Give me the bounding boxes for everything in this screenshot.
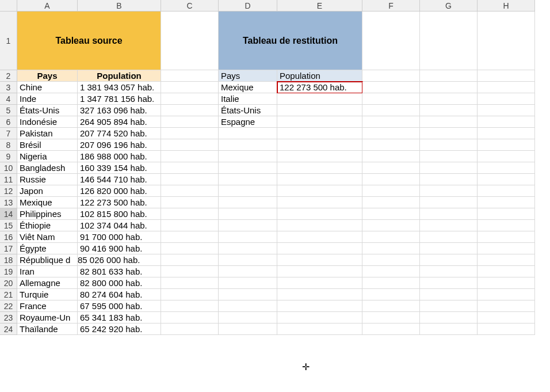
cell-E17[interactable] bbox=[277, 243, 362, 254]
cell-B12[interactable]: 126 820 000 hab. bbox=[78, 185, 161, 197]
cell-D4[interactable]: Italie bbox=[219, 93, 277, 105]
cell-H21[interactable] bbox=[478, 289, 535, 300]
cell-E4[interactable] bbox=[277, 93, 362, 105]
cell-A21[interactable]: Turquie bbox=[17, 289, 78, 300]
cell-B5[interactable]: 327 163 096 hab. bbox=[78, 105, 161, 116]
cell-H9[interactable] bbox=[478, 151, 535, 162]
cell-C12[interactable] bbox=[161, 185, 219, 197]
cell-C6[interactable] bbox=[161, 116, 219, 128]
row-header-4[interactable]: 4 bbox=[0, 93, 17, 105]
cell-B20[interactable]: 82 800 000 hab. bbox=[78, 277, 161, 289]
cell-A18[interactable]: République d bbox=[17, 254, 78, 266]
row-header-19[interactable]: 19 bbox=[0, 266, 17, 277]
cell-E10[interactable] bbox=[277, 162, 362, 174]
cell-B7[interactable]: 207 774 520 hab. bbox=[78, 128, 161, 139]
cell-B18[interactable]: 85 026 000 hab. bbox=[78, 254, 161, 266]
cell-A9[interactable]: Nigeria bbox=[17, 151, 78, 162]
cell-H6[interactable] bbox=[478, 116, 535, 128]
cell-C19[interactable] bbox=[161, 266, 219, 277]
cell-C22[interactable] bbox=[161, 300, 219, 312]
header-restitution-population[interactable]: Population bbox=[277, 70, 362, 82]
cell-G8[interactable] bbox=[420, 139, 478, 151]
cell-E12[interactable] bbox=[277, 185, 362, 197]
cell-F19[interactable] bbox=[362, 266, 420, 277]
row-header-9[interactable]: 9 bbox=[0, 151, 17, 162]
cell-E9[interactable] bbox=[277, 151, 362, 162]
cell-H10[interactable] bbox=[478, 162, 535, 174]
cell-D8[interactable] bbox=[219, 139, 277, 151]
cell-H1[interactable] bbox=[478, 12, 535, 70]
cell-B24[interactable]: 65 242 920 hab. bbox=[78, 324, 161, 335]
cell-D3[interactable]: Mexique bbox=[219, 82, 277, 93]
cell-C11[interactable] bbox=[161, 174, 219, 185]
cell-F7[interactable] bbox=[362, 128, 420, 139]
cell-B6[interactable]: 264 905 894 hab. bbox=[78, 116, 161, 128]
cell-G16[interactable] bbox=[420, 231, 478, 243]
cell-C9[interactable] bbox=[161, 151, 219, 162]
cell-F6[interactable] bbox=[362, 116, 420, 128]
cell-B22[interactable]: 67 595 000 hab. bbox=[78, 300, 161, 312]
cell-A5[interactable]: États-Unis bbox=[17, 105, 78, 116]
cell-H16[interactable] bbox=[478, 231, 535, 243]
cell-D13[interactable] bbox=[219, 197, 277, 208]
cell-A15[interactable]: Éthiopie bbox=[17, 220, 78, 231]
cell-C20[interactable] bbox=[161, 277, 219, 289]
cell-E6[interactable] bbox=[277, 116, 362, 128]
col-header-D[interactable]: D bbox=[219, 0, 277, 12]
cell-G24[interactable] bbox=[420, 324, 478, 335]
cell-F14[interactable] bbox=[362, 208, 420, 220]
row-header-24[interactable]: 24 bbox=[0, 324, 17, 335]
cell-A7[interactable]: Pakistan bbox=[17, 128, 78, 139]
cell-G7[interactable] bbox=[420, 128, 478, 139]
row-header-20[interactable]: 20 bbox=[0, 277, 17, 289]
row-header-22[interactable]: 22 bbox=[0, 300, 17, 312]
cell-C2[interactable] bbox=[161, 70, 219, 82]
cell-C24[interactable] bbox=[161, 324, 219, 335]
cell-A17[interactable]: Égypte bbox=[17, 243, 78, 254]
cell-C3[interactable] bbox=[161, 82, 219, 93]
cell-G20[interactable] bbox=[420, 277, 478, 289]
cell-F13[interactable] bbox=[362, 197, 420, 208]
cell-H5[interactable] bbox=[478, 105, 535, 116]
cell-E22[interactable] bbox=[277, 300, 362, 312]
cell-D21[interactable] bbox=[219, 289, 277, 300]
cell-E8[interactable] bbox=[277, 139, 362, 151]
cell-A22[interactable]: France bbox=[17, 300, 78, 312]
cell-B16[interactable]: 91 700 000 hab. bbox=[78, 231, 161, 243]
cell-G19[interactable] bbox=[420, 266, 478, 277]
cell-G22[interactable] bbox=[420, 300, 478, 312]
cell-D20[interactable] bbox=[219, 277, 277, 289]
cell-C15[interactable] bbox=[161, 220, 219, 231]
cell-D17[interactable] bbox=[219, 243, 277, 254]
cell-F17[interactable] bbox=[362, 243, 420, 254]
col-header-E[interactable]: E bbox=[277, 0, 362, 12]
cell-D19[interactable] bbox=[219, 266, 277, 277]
cell-C16[interactable] bbox=[161, 231, 219, 243]
cell-D16[interactable] bbox=[219, 231, 277, 243]
col-header-C[interactable]: C bbox=[161, 0, 219, 12]
cell-H7[interactable] bbox=[478, 128, 535, 139]
cell-H18[interactable] bbox=[478, 254, 535, 266]
cell-F12[interactable] bbox=[362, 185, 420, 197]
row-header-21[interactable]: 21 bbox=[0, 289, 17, 300]
cell-D24[interactable] bbox=[219, 324, 277, 335]
cell-E11[interactable] bbox=[277, 174, 362, 185]
col-header-G[interactable]: G bbox=[420, 0, 478, 12]
select-all-corner[interactable] bbox=[0, 0, 17, 12]
cell-H3[interactable] bbox=[478, 82, 535, 93]
cell-B9[interactable]: 186 988 000 hab. bbox=[78, 151, 161, 162]
cell-H4[interactable] bbox=[478, 93, 535, 105]
cell-A16[interactable]: Viêt Nam bbox=[17, 231, 78, 243]
cell-B10[interactable]: 160 339 154 hab. bbox=[78, 162, 161, 174]
row-header-6[interactable]: 6 bbox=[0, 116, 17, 128]
cell-A14[interactable]: Philippines bbox=[17, 208, 78, 220]
cell-B23[interactable]: 65 341 183 hab. bbox=[78, 312, 161, 324]
cell-D6[interactable]: Espagne bbox=[219, 116, 277, 128]
cell-F4[interactable] bbox=[362, 93, 420, 105]
cell-B17[interactable]: 90 416 900 hab. bbox=[78, 243, 161, 254]
cell-E21[interactable] bbox=[277, 289, 362, 300]
col-header-A[interactable]: A bbox=[17, 0, 78, 12]
cell-G12[interactable] bbox=[420, 185, 478, 197]
cell-G6[interactable] bbox=[420, 116, 478, 128]
cell-C17[interactable] bbox=[161, 243, 219, 254]
